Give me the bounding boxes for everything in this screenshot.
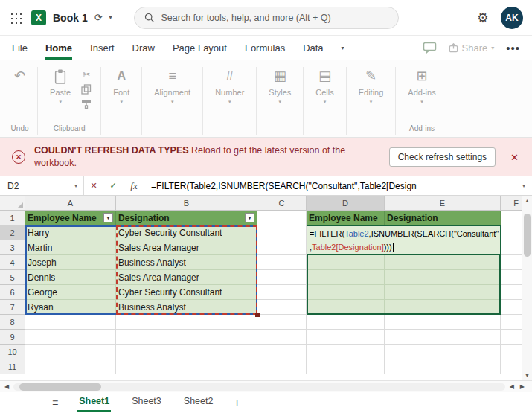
styles-button[interactable]: ▦ Styles ▾: [262, 66, 298, 106]
tab-sheet2[interactable]: Sheet2: [182, 392, 215, 412]
share-button[interactable]: Share ▾: [449, 42, 495, 54]
cell-C6[interactable]: [257, 285, 307, 300]
cell-E11[interactable]: [385, 359, 501, 374]
cell-C10[interactable]: [257, 345, 307, 359]
sheet-list-menu-icon[interactable]: ≡: [52, 392, 58, 412]
cell-A4[interactable]: Joseph: [25, 255, 116, 270]
font-button[interactable]: A Font ▾: [106, 66, 136, 106]
excel-logo-icon[interactable]: X: [31, 10, 46, 25]
cell-A5[interactable]: Dennis: [25, 270, 116, 285]
menu-home[interactable]: Home: [45, 36, 72, 60]
ribbon-overflow-icon[interactable]: •••: [506, 42, 520, 54]
cell-B8[interactable]: [116, 315, 257, 330]
menu-overflow-chevron-icon[interactable]: ▾: [342, 36, 344, 60]
cell-D11[interactable]: [307, 359, 385, 374]
row-header-10[interactable]: 10: [0, 345, 25, 359]
editing-button[interactable]: ✎ Editing ▾: [352, 66, 391, 106]
number-button[interactable]: # Number ▾: [208, 66, 251, 106]
cell-B9[interactable]: [116, 330, 257, 345]
saved-status-icon[interactable]: ⟳: [94, 12, 103, 23]
avatar[interactable]: AK: [501, 7, 523, 29]
formula-input[interactable]: =FILTER(Table2,ISNUMBER(SEARCH("Consulta…: [145, 181, 516, 191]
cell-B5[interactable]: Sales Area Manager: [116, 270, 257, 285]
cell-B7[interactable]: Business Analyst: [116, 300, 257, 315]
column-header-A[interactable]: A: [25, 196, 116, 211]
row-header-2[interactable]: 2: [0, 225, 25, 240]
scroll-left-icon[interactable]: ◀: [4, 383, 9, 390]
cell-A3[interactable]: Martin: [25, 240, 116, 255]
filter-dropdown-icon[interactable]: ▾: [245, 213, 254, 222]
cell-E9[interactable]: [385, 330, 501, 345]
paste-button[interactable]: Paste ▾: [43, 66, 77, 106]
row-header-4[interactable]: 4: [0, 255, 25, 270]
check-refresh-settings-button[interactable]: Check refresh settings: [389, 147, 496, 167]
cells-button[interactable]: ▤ Cells ▾: [309, 66, 340, 106]
horizontal-scrollbar[interactable]: ◀ ◀ ▶: [0, 380, 532, 392]
cell-E7[interactable]: [385, 300, 501, 315]
column-header-C[interactable]: C: [257, 196, 307, 211]
cell-C5[interactable]: [257, 270, 307, 285]
cell-B1[interactable]: Designation▾: [116, 211, 257, 225]
cell-A10[interactable]: [25, 345, 116, 359]
row-header-7[interactable]: 7: [0, 300, 25, 315]
scroll-right-icon[interactable]: ▶: [520, 383, 525, 390]
cell-D10[interactable]: [307, 345, 385, 359]
cell-D4[interactable]: [307, 255, 385, 270]
column-header-D[interactable]: D: [307, 196, 385, 211]
cell-A6[interactable]: George: [25, 285, 116, 300]
tab-sheet3[interactable]: Sheet3: [130, 392, 163, 412]
horizontal-scroll-thumb[interactable]: [19, 383, 101, 391]
row-header-3[interactable]: 3: [0, 240, 25, 255]
confirm-entry-icon[interactable]: ✓: [103, 181, 123, 191]
menu-formulas[interactable]: Formulas: [245, 36, 285, 60]
menu-data[interactable]: Data: [303, 36, 323, 60]
comments-icon[interactable]: [423, 42, 437, 54]
format-painter-icon[interactable]: [81, 99, 92, 109]
cell-A11[interactable]: [25, 359, 116, 374]
search-bar[interactable]: Search for tools, help, and more (Alt + …: [134, 7, 399, 29]
scroll-left-icon[interactable]: ◀: [510, 383, 514, 390]
cell-E1[interactable]: Designation: [385, 211, 501, 225]
cell-C8[interactable]: [257, 315, 307, 330]
filter-dropdown-icon[interactable]: ▾: [103, 213, 113, 222]
cell-A9[interactable]: [25, 330, 116, 345]
cell-C11[interactable]: [257, 359, 307, 374]
scroll-down-icon[interactable]: ▼: [525, 373, 530, 378]
cell-C1[interactable]: [257, 211, 307, 225]
settings-gear-icon[interactable]: ⚙: [477, 10, 489, 26]
cell-A1[interactable]: Employee Name▾: [25, 211, 116, 225]
cell-D9[interactable]: [307, 330, 385, 345]
formula-editing-cell[interactable]: =FILTER(Table2,ISNUMBER(SEARCH("Consulta…: [307, 225, 501, 255]
cell-B10[interactable]: [116, 345, 257, 359]
cell-A8[interactable]: [25, 315, 116, 330]
vertical-scroll-thumb[interactable]: [524, 214, 531, 257]
cell-E5[interactable]: [385, 270, 501, 285]
cell-B6[interactable]: Cyber Security Consultant: [116, 285, 257, 300]
row-header-6[interactable]: 6: [0, 285, 25, 300]
row-header-5[interactable]: 5: [0, 270, 25, 285]
app-launcher-icon[interactable]: [9, 11, 22, 24]
cell-B2[interactable]: Cyber Security Consultant: [116, 225, 257, 240]
banner-close-icon[interactable]: ✕: [504, 152, 523, 163]
title-chevron-icon[interactable]: ▾: [109, 14, 112, 21]
horizontal-scroll-track[interactable]: [13, 383, 505, 391]
menu-page-layout[interactable]: Page Layout: [173, 36, 227, 60]
cell-E6[interactable]: [385, 285, 501, 300]
row-header-11[interactable]: 11: [0, 359, 25, 374]
vertical-scrollbar[interactable]: ▲ ▼: [522, 196, 532, 380]
cell-D1[interactable]: Employee Name: [307, 211, 385, 225]
cancel-entry-icon[interactable]: ✕: [84, 181, 103, 191]
cell-D5[interactable]: [307, 270, 385, 285]
cell-B4[interactable]: Business Analyst: [116, 255, 257, 270]
alignment-button[interactable]: ≡ Alignment ▾: [147, 66, 197, 106]
scroll-up-icon[interactable]: ▲: [525, 198, 530, 203]
cell-C3[interactable]: [257, 240, 307, 255]
addins-button[interactable]: ⊞ Add-ins ▾: [401, 66, 442, 106]
name-box-chevron-icon[interactable]: ▾: [74, 182, 77, 189]
tab-sheet1[interactable]: Sheet1: [77, 392, 111, 412]
cell-B3[interactable]: Sales Area Manager: [116, 240, 257, 255]
cell-C4[interactable]: [257, 255, 307, 270]
row-header-1[interactable]: 1: [0, 211, 25, 225]
cut-icon[interactable]: ✂: [83, 69, 90, 80]
column-header-E[interactable]: E: [385, 196, 501, 211]
